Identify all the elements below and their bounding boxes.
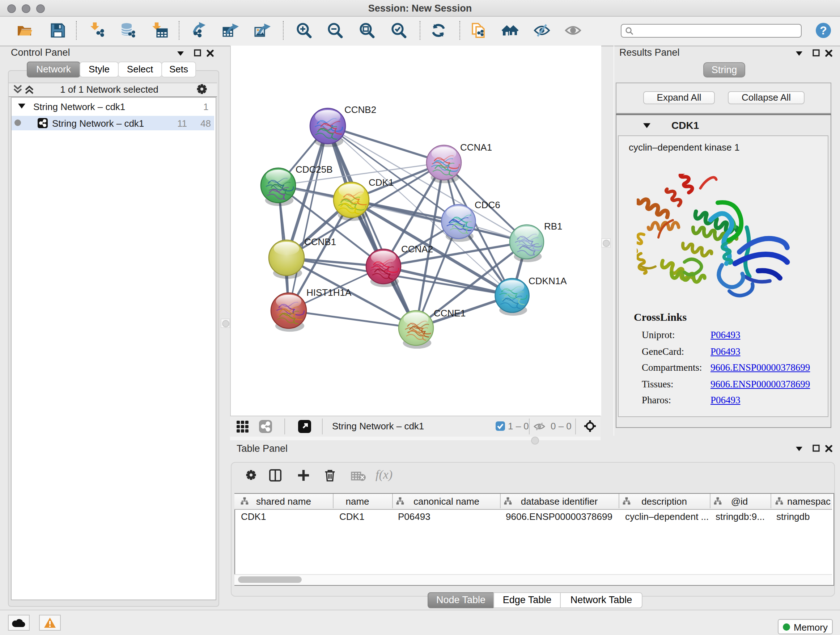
svg-text:?: ? <box>820 24 827 37</box>
svg-text:RB1: RB1 <box>544 221 562 232</box>
svg-text:CDK1: CDK1 <box>369 177 393 188</box>
svg-text:HIST1H1A: HIST1H1A <box>306 287 352 298</box>
svg-text:CDKN1A: CDKN1A <box>529 276 567 287</box>
svg-text:CCNB2: CCNB2 <box>344 104 376 115</box>
svg-text:CCNA1: CCNA1 <box>460 142 492 153</box>
svg-text:CCNA2: CCNA2 <box>401 244 433 255</box>
svg-text:CCNE1: CCNE1 <box>434 308 466 318</box>
svg-text:CDC25B: CDC25B <box>295 164 333 175</box>
svg-text:CDC6: CDC6 <box>475 200 500 211</box>
svg-text:CCNB1: CCNB1 <box>304 236 336 247</box>
